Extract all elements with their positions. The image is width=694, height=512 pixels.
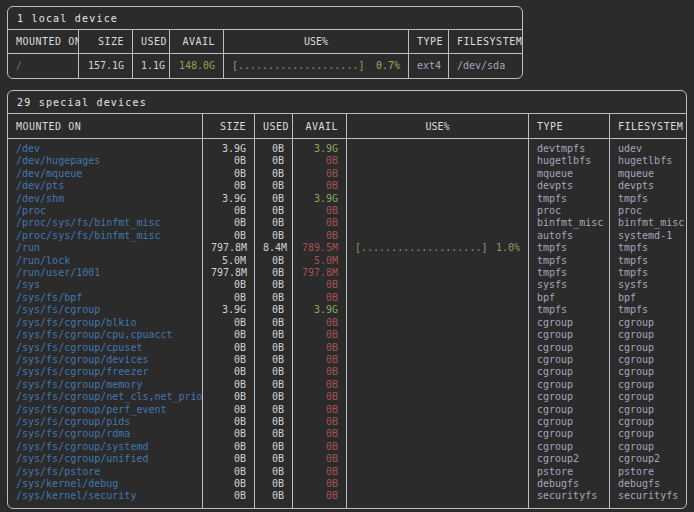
use-percent-cell xyxy=(346,217,528,229)
used-cell: 0B xyxy=(254,416,292,428)
use-percent-cell xyxy=(346,416,528,428)
avail-cell: 0B xyxy=(292,441,346,453)
used-cell: 0B xyxy=(254,354,292,366)
filesystem-cell: mqueue xyxy=(609,168,686,180)
table-row: /run/lock5.0M0B5.0Mtmpfstmpfs xyxy=(8,255,686,267)
table-row: /dev/hugepages0B0B0Bhugetlbfshugetlbfs xyxy=(8,155,686,167)
special-table-body: /dev3.9G0B3.9Gdevtmpfsudev/dev/hugepages… xyxy=(8,139,686,508)
used-cell: 0B xyxy=(254,490,292,507)
use-percent-cell xyxy=(346,354,528,366)
type-cell: securityfs xyxy=(528,490,609,507)
avail-cell: 0B xyxy=(292,354,346,366)
column-header-avail: AVAIL xyxy=(169,30,223,53)
used-cell: 0B xyxy=(254,292,292,304)
table-row: /sys/fs/cgroup/cpu,cpuacct0B0B0Bcgroupcg… xyxy=(8,329,686,341)
mount-point-cell: /run/lock xyxy=(8,255,202,267)
filesystem-cell: cgroup xyxy=(609,391,686,403)
usage-percent: 0.7% xyxy=(376,54,400,78)
type-cell: cgroup xyxy=(528,342,609,354)
size-cell: 3.9G xyxy=(202,139,254,155)
avail-cell: 0B xyxy=(292,155,346,167)
column-header-avail: AVAIL xyxy=(292,114,346,138)
type-cell: proc xyxy=(528,205,609,217)
table-row: /dev/pts0B0B0Bdevptsdevpts xyxy=(8,180,686,192)
local-table-body: /157.1G1.1G148.0G[....................]0… xyxy=(8,54,522,78)
use-percent-cell xyxy=(346,342,528,354)
size-cell: 0B xyxy=(202,292,254,304)
filesystem-cell: cgroup xyxy=(609,329,686,341)
use-percent-cell xyxy=(346,466,528,478)
use-percent-cell xyxy=(346,292,528,304)
type-cell: devpts xyxy=(528,180,609,192)
type-cell: tmpfs xyxy=(528,193,609,205)
used-cell: 0B xyxy=(254,255,292,267)
size-cell: 0B xyxy=(202,217,254,229)
column-header-mounted-on: MOUNTED ON xyxy=(8,114,202,138)
filesystem-cell: cgroup xyxy=(609,354,686,366)
avail-cell: 0B xyxy=(292,391,346,403)
size-cell: 0B xyxy=(202,441,254,453)
used-cell: 0B xyxy=(254,441,292,453)
mount-point-cell: /sys/fs/cgroup/cpuset xyxy=(8,342,202,354)
size-cell: 0B xyxy=(202,342,254,354)
filesystem-cell: tmpfs xyxy=(609,304,686,316)
column-header-size: SIZE xyxy=(202,114,254,138)
use-percent-cell xyxy=(346,255,528,267)
type-cell: cgroup xyxy=(528,416,609,428)
avail-cell: 0B xyxy=(292,379,346,391)
usage-bar: [....................] xyxy=(355,242,487,254)
mount-point-cell: /proc/sys/fs/binfmt_misc xyxy=(8,217,202,229)
filesystem-cell: cgroup xyxy=(609,428,686,440)
filesystem-cell: sysfs xyxy=(609,279,686,291)
used-cell: 0B xyxy=(254,428,292,440)
used-cell: 0B xyxy=(254,404,292,416)
mount-point-cell: /dev xyxy=(8,139,202,155)
type-cell: debugfs xyxy=(528,478,609,490)
filesystem-cell: devpts xyxy=(609,180,686,192)
size-cell: 0B xyxy=(202,490,254,507)
size-cell: 0B xyxy=(202,478,254,490)
avail-cell: 0B xyxy=(292,490,346,507)
filesystem-cell: systemd-1 xyxy=(609,230,686,242)
avail-cell: 0B xyxy=(292,453,346,465)
avail-cell: 0B xyxy=(292,230,346,242)
avail-cell: 0B xyxy=(292,279,346,291)
special-devices-table: 29 special devices MOUNTED ON SIZE USED … xyxy=(7,90,687,509)
use-percent-cell xyxy=(346,168,528,180)
size-cell: 5.0M xyxy=(202,255,254,267)
mount-point-cell: /sys/kernel/security xyxy=(8,490,202,507)
column-header-size: SIZE xyxy=(78,30,132,53)
used-cell: 0B xyxy=(254,180,292,192)
type-cell: cgroup xyxy=(528,428,609,440)
table-row: /sys/fs/cgroup/blkio0B0B0Bcgroupcgroup xyxy=(8,317,686,329)
avail-cell: 0B xyxy=(292,329,346,341)
table-row: /dev3.9G0B3.9Gdevtmpfsudev xyxy=(8,139,686,155)
use-percent-cell xyxy=(346,441,528,453)
avail-cell: 0B xyxy=(292,366,346,378)
size-cell: 0B xyxy=(202,317,254,329)
avail-cell: 3.9G xyxy=(292,193,346,205)
mount-point-cell: /proc/sys/fs/binfmt_misc xyxy=(8,230,202,242)
filesystem-cell: tmpfs xyxy=(609,267,686,279)
use-percent-cell xyxy=(346,428,528,440)
special-table-title: 29 special devices xyxy=(8,91,686,114)
type-cell: sysfs xyxy=(528,279,609,291)
avail-cell: 0B xyxy=(292,168,346,180)
terminal-screen: 1 local device MOUNTED ON SIZE USED AVAI… xyxy=(0,0,694,512)
column-header-filesystem: FILESYSTEM xyxy=(609,114,686,138)
type-cell: ext4 xyxy=(408,54,448,78)
mount-point-cell: /sys/fs/cgroup/memory xyxy=(8,379,202,391)
used-cell: 0B xyxy=(254,168,292,180)
mount-point-cell: /sys/fs/cgroup/rdma xyxy=(8,428,202,440)
avail-cell: 789.5M xyxy=(292,242,346,254)
table-row: /run797.8M8.4M789.5M[...................… xyxy=(8,242,686,254)
table-row: /sys/fs/cgroup/devices0B0B0Bcgroupcgroup xyxy=(8,354,686,366)
avail-cell: 797.8M xyxy=(292,267,346,279)
use-percent-cell xyxy=(346,379,528,391)
column-header-filesystem: FILESYSTEM xyxy=(448,30,522,53)
local-devices-table: 1 local device MOUNTED ON SIZE USED AVAI… xyxy=(7,6,523,79)
size-cell: 0B xyxy=(202,354,254,366)
type-cell: cgroup xyxy=(528,441,609,453)
size-cell: 0B xyxy=(202,366,254,378)
use-percent-cell xyxy=(346,391,528,403)
